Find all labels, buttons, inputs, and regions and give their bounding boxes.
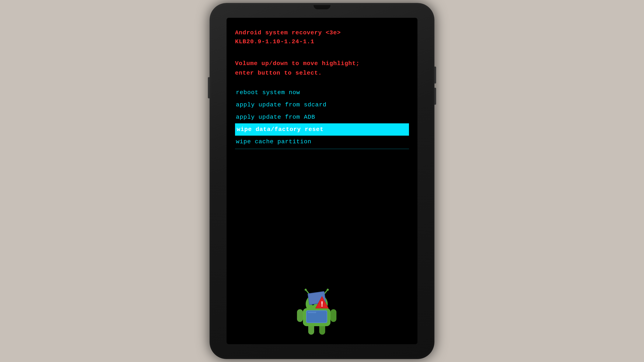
phone-device: Android system recovery <3e> KLB20.9-1.1… [210, 3, 434, 359]
svg-rect-4 [330, 309, 336, 322]
svg-point-9 [327, 289, 329, 291]
menu-item-reboot[interactable]: reboot system now [235, 86, 409, 99]
menu-item-sdcard[interactable]: apply update from sdcard [235, 99, 409, 111]
menu-item-wipe-cache[interactable]: wipe cache partition [235, 136, 409, 148]
volume-down-button[interactable] [434, 88, 436, 105]
menu-item-adb[interactable]: apply update from ADB [235, 111, 409, 123]
recovery-title-line1: Android system recovery <3e> [235, 28, 409, 37]
instruction-line1: Volume up/down to move highlight; [235, 59, 409, 68]
instructions-section: Volume up/down to move highlight; enter … [235, 59, 409, 78]
phone-screen: Android system recovery <3e> KLB20.9-1.1… [226, 18, 418, 344]
power-button[interactable] [208, 77, 210, 98]
volume-up-button[interactable] [434, 66, 436, 83]
recovery-title-line2: KLB20.9-1.10-1.24-1.1 [235, 37, 409, 46]
svg-point-7 [304, 289, 307, 291]
menu-section: reboot system now apply update from sdca… [235, 86, 409, 149]
svg-rect-16 [308, 312, 316, 313]
menu-item-wipe-data[interactable]: wipe data/factory reset [235, 123, 409, 136]
header-section: Android system recovery <3e> KLB20.9-1.1… [235, 28, 409, 46]
svg-rect-3 [297, 309, 303, 322]
instruction-line2: enter button to select. [235, 68, 409, 78]
android-mascot: ! [294, 285, 350, 340]
svg-text:!: ! [320, 300, 324, 309]
phone-notch [314, 5, 330, 9]
